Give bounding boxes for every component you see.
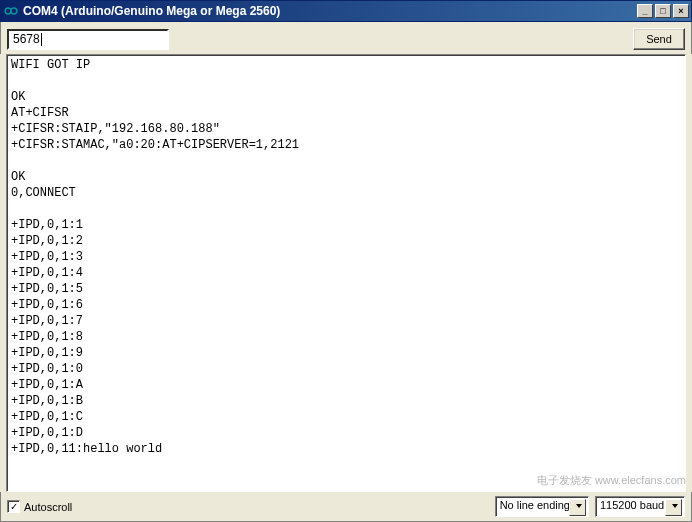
console-line: +IPD,0,11:hello world bbox=[11, 441, 681, 457]
console-line: +IPD,0,1:C bbox=[11, 409, 681, 425]
send-button[interactable]: Send bbox=[633, 28, 685, 50]
window-title: COM4 (Arduino/Genuino Mega or Mega 2560) bbox=[23, 4, 637, 18]
console-line: 0,CONNECT bbox=[11, 185, 681, 201]
console-line: +IPD,0,1:9 bbox=[11, 345, 681, 361]
line-ending-value: No line ending bbox=[500, 499, 570, 511]
serial-output[interactable]: WIFI GOT IP OKAT+CIFSR+CIFSR:STAIP,"192.… bbox=[6, 54, 686, 492]
minimize-button[interactable]: _ bbox=[637, 4, 653, 18]
svg-point-0 bbox=[5, 8, 11, 14]
arduino-icon bbox=[3, 3, 19, 19]
console-line: OK bbox=[11, 89, 681, 105]
footer-row: ✓ Autoscroll No line ending 115200 baud bbox=[0, 492, 692, 522]
console-line: +IPD,0,1:B bbox=[11, 393, 681, 409]
window-controls: _ □ × bbox=[637, 4, 689, 18]
console-line: +IPD,0,1:2 bbox=[11, 233, 681, 249]
autoscroll-label: Autoscroll bbox=[24, 501, 72, 513]
console-line: OK bbox=[11, 169, 681, 185]
console-line: +IPD,0,1:7 bbox=[11, 313, 681, 329]
baud-select[interactable]: 115200 baud bbox=[595, 496, 685, 517]
chevron-down-icon bbox=[576, 504, 582, 508]
console-line: +CIFSR:STAIP,"192.168.80.188" bbox=[11, 121, 681, 137]
autoscroll-checkbox[interactable]: ✓ bbox=[7, 500, 20, 513]
console-line: AT+CIFSR bbox=[11, 105, 681, 121]
console-line: +IPD,0,1:6 bbox=[11, 297, 681, 313]
chevron-down-icon bbox=[672, 504, 678, 508]
titlebar: COM4 (Arduino/Genuino Mega or Mega 2560)… bbox=[0, 0, 692, 22]
console-line bbox=[11, 73, 681, 89]
console-line: +IPD,0,1:5 bbox=[11, 281, 681, 297]
console-line: +IPD,0,1:4 bbox=[11, 265, 681, 281]
console-line bbox=[11, 201, 681, 217]
console-line: +CIFSR:STAMAC,"a0:20:AT+CIPSERVER=1,2121 bbox=[11, 137, 681, 153]
console-line: +IPD,0,1:1 bbox=[11, 217, 681, 233]
console-line: +IPD,0,1:0 bbox=[11, 361, 681, 377]
autoscroll-checkbox-wrap[interactable]: ✓ Autoscroll bbox=[7, 500, 489, 513]
console-line: +IPD,0,1:3 bbox=[11, 249, 681, 265]
line-ending-select[interactable]: No line ending bbox=[495, 496, 589, 517]
maximize-button[interactable]: □ bbox=[655, 4, 671, 18]
console-line bbox=[11, 153, 681, 169]
baud-value: 115200 baud bbox=[600, 499, 664, 511]
console-line: +IPD,0,1:D bbox=[11, 425, 681, 441]
input-row: Send bbox=[0, 22, 692, 54]
console-line: WIFI GOT IP bbox=[11, 57, 681, 73]
close-button[interactable]: × bbox=[673, 4, 689, 18]
svg-point-1 bbox=[11, 8, 17, 14]
serial-input[interactable] bbox=[7, 29, 169, 50]
console-line: +IPD,0,1:8 bbox=[11, 329, 681, 345]
console-line: +IPD,0,1:A bbox=[11, 377, 681, 393]
